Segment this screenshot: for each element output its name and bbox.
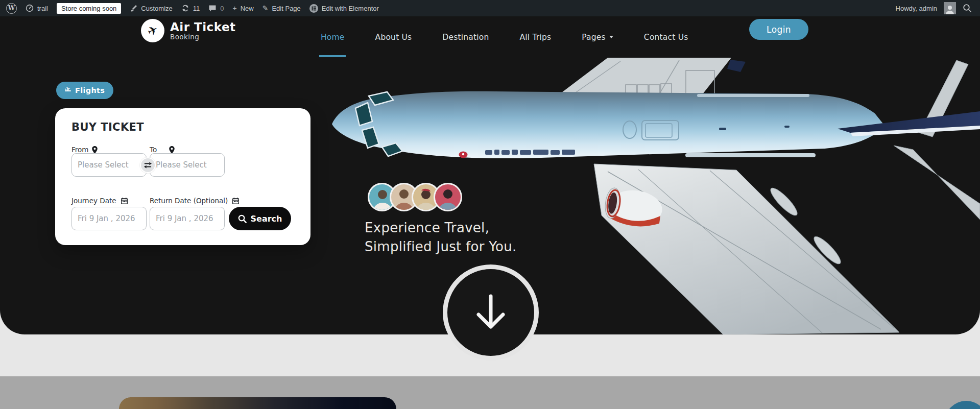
edit-with-elementor-menu-item[interactable]: Edit with Elementor bbox=[309, 4, 379, 13]
customize-label: Customize bbox=[141, 5, 172, 12]
search-button[interactable]: Search bbox=[229, 207, 291, 230]
to-input[interactable] bbox=[150, 153, 225, 177]
comments-menu-item[interactable]: 0 bbox=[208, 5, 224, 12]
site-name: trail bbox=[37, 5, 48, 12]
comments-bubble-icon bbox=[208, 5, 217, 12]
search-button-label: Search bbox=[251, 214, 282, 224]
plus-icon: + bbox=[233, 5, 237, 12]
location-pin-icon bbox=[92, 146, 98, 154]
page: W trail Store coming soon Customize 11 0… bbox=[0, 0, 980, 409]
traveler-avatars bbox=[368, 183, 462, 211]
login-button[interactable]: Login bbox=[749, 19, 808, 40]
nav-item-contact-us[interactable]: Contact Us bbox=[629, 16, 704, 58]
main-menu: Home About Us Destination All Trips Page… bbox=[305, 16, 704, 58]
edit-page-label: Edit Page bbox=[272, 5, 300, 12]
site-menu-item[interactable]: trail bbox=[26, 4, 48, 12]
scroll-down-button[interactable] bbox=[443, 264, 539, 360]
search-icon bbox=[238, 214, 247, 223]
store-gauge-icon bbox=[26, 4, 34, 12]
avatar bbox=[434, 183, 462, 211]
from-input[interactable] bbox=[71, 153, 147, 177]
nav-item-destination[interactable]: Destination bbox=[427, 16, 504, 58]
journey-date-label: Journey Date bbox=[71, 197, 128, 205]
elementor-icon bbox=[309, 4, 318, 13]
pencil-icon: ✎ bbox=[262, 5, 269, 12]
to-label: To bbox=[150, 146, 175, 154]
edit-with-elementor-label: Edit with Elementor bbox=[322, 5, 379, 12]
customize-menu-item[interactable]: Customize bbox=[130, 5, 172, 12]
brush-icon bbox=[130, 5, 137, 12]
updates-menu-item[interactable]: 11 bbox=[181, 4, 200, 12]
nav-item-pages[interactable]: Pages bbox=[566, 16, 629, 58]
calendar-icon bbox=[232, 198, 239, 204]
hero-heading-line2: Simplified Just for You. bbox=[365, 237, 517, 256]
flights-tab-chip[interactable]: ✈ Flights bbox=[56, 82, 113, 99]
calendar-icon bbox=[121, 198, 128, 204]
return-date-label: Return Date (Optional) bbox=[150, 197, 239, 205]
nav-item-home[interactable]: Home bbox=[305, 16, 360, 58]
flights-chip-label: Flights bbox=[75, 86, 105, 94]
search-icon[interactable] bbox=[963, 4, 972, 13]
wordpress-logo-icon[interactable]: W bbox=[6, 3, 17, 14]
from-label: From bbox=[71, 146, 98, 154]
chevron-down-icon bbox=[609, 36, 613, 38]
edit-page-menu-item[interactable]: ✎ Edit Page bbox=[262, 5, 301, 12]
swap-from-to-button[interactable] bbox=[140, 157, 156, 173]
site-header: ✈ Air Ticket Booking Home About Us Desti… bbox=[0, 16, 980, 58]
destination-image-card bbox=[119, 397, 396, 409]
return-date-input[interactable] bbox=[150, 207, 225, 230]
buy-ticket-card: BUY TICKET From To Journey Date Return D… bbox=[55, 108, 310, 245]
person-icon bbox=[945, 4, 955, 14]
store-coming-soon-badge[interactable]: Store coming soon bbox=[57, 3, 121, 14]
wp-admin-bar: W trail Store coming soon Customize 11 0… bbox=[0, 0, 980, 16]
logo-title: Air Ticket bbox=[170, 21, 236, 33]
journey-date-input[interactable] bbox=[71, 207, 147, 230]
nav-item-all-trips[interactable]: All Trips bbox=[505, 16, 567, 58]
arrow-down-icon bbox=[474, 294, 507, 331]
buy-ticket-title: BUY TICKET bbox=[71, 121, 144, 133]
new-label: New bbox=[241, 5, 254, 12]
hero-heading-line1: Experience Travel, bbox=[365, 219, 517, 237]
swap-arrows-icon bbox=[144, 162, 152, 169]
nav-item-about-us[interactable]: About Us bbox=[360, 16, 427, 58]
location-pin-icon bbox=[169, 146, 175, 154]
admin-avatar[interactable] bbox=[944, 2, 956, 14]
flight-takeoff-icon: ✈ bbox=[65, 89, 71, 91]
howdy-admin-menu-item[interactable]: Howdy, admin bbox=[896, 5, 937, 12]
admin-bar-right: Howdy, admin bbox=[896, 2, 974, 14]
updates-refresh-icon bbox=[181, 4, 189, 12]
logo-subtitle: Booking bbox=[170, 33, 236, 41]
hero-heading: Experience Travel, Simplified Just for Y… bbox=[365, 219, 517, 256]
site-logo[interactable]: ✈ Air Ticket Booking bbox=[141, 19, 236, 42]
new-menu-item[interactable]: + New bbox=[233, 5, 254, 12]
logo-plane-icon: ✈ bbox=[141, 19, 164, 42]
updates-count: 11 bbox=[193, 5, 200, 12]
comments-count: 0 bbox=[220, 5, 224, 12]
